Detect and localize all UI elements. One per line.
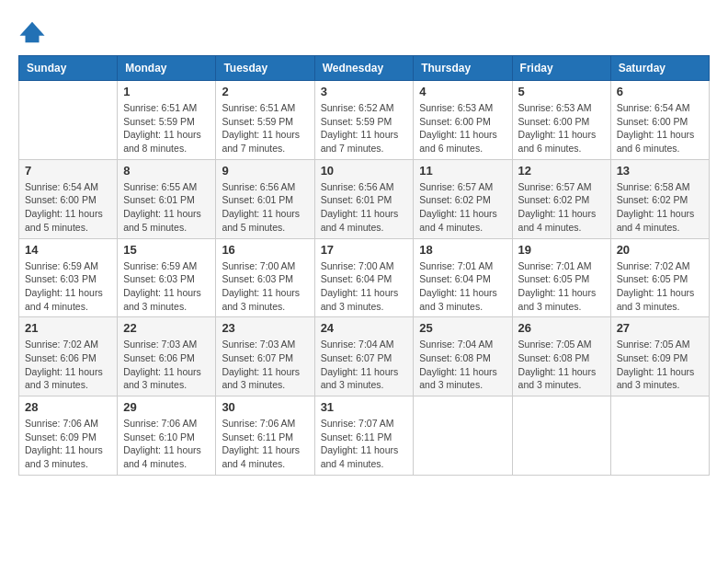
day-info: Sunrise: 6:59 AMSunset: 6:03 PMDaylight:… — [25, 259, 111, 314]
day-info: Sunrise: 6:53 AMSunset: 6:00 PMDaylight:… — [518, 101, 605, 155]
day-number: 20 — [617, 243, 703, 257]
calendar-day-cell: 3Sunrise: 6:52 AMSunset: 5:59 PMDaylight… — [314, 81, 414, 160]
day-info: Sunrise: 6:54 AMSunset: 6:00 PMDaylight:… — [25, 180, 111, 235]
calendar-day-cell: 11Sunrise: 6:57 AMSunset: 6:02 PMDayligh… — [414, 159, 512, 238]
calendar-day-cell: 4Sunrise: 6:53 AMSunset: 6:00 PMDaylight… — [414, 81, 512, 160]
calendar-day-cell: 8Sunrise: 6:55 AMSunset: 6:01 PMDaylight… — [118, 159, 216, 238]
calendar-day-cell: 26Sunrise: 7:05 AMSunset: 6:08 PMDayligh… — [512, 317, 610, 396]
day-number: 1 — [123, 85, 210, 98]
calendar-day-cell — [19, 81, 118, 160]
day-number: 2 — [222, 85, 308, 98]
page-header — [18, 18, 710, 46]
calendar-week-row: 14Sunrise: 6:59 AMSunset: 6:03 PMDayligh… — [19, 238, 710, 317]
day-number: 13 — [617, 164, 703, 178]
calendar-day-cell — [414, 396, 512, 476]
day-number: 3 — [321, 85, 408, 98]
day-info: Sunrise: 7:05 AMSunset: 6:08 PMDaylight:… — [518, 338, 605, 392]
day-info: Sunrise: 7:00 AMSunset: 6:04 PMDaylight:… — [321, 259, 408, 314]
calendar-table: SundayMondayTuesdayWednesdayThursdayFrid… — [18, 55, 710, 476]
logo-icon — [18, 18, 46, 46]
day-info: Sunrise: 7:02 AMSunset: 6:06 PMDaylight:… — [25, 338, 111, 392]
calendar-day-cell — [610, 396, 709, 476]
day-info: Sunrise: 6:57 AMSunset: 6:02 PMDaylight:… — [518, 180, 605, 235]
day-number: 19 — [518, 243, 605, 257]
day-number: 24 — [321, 321, 408, 335]
day-number: 23 — [222, 321, 308, 335]
day-info: Sunrise: 6:55 AMSunset: 6:01 PMDaylight:… — [123, 180, 210, 235]
calendar-day-cell: 2Sunrise: 6:51 AMSunset: 5:59 PMDaylight… — [216, 81, 314, 160]
day-info: Sunrise: 7:02 AMSunset: 6:05 PMDaylight:… — [617, 259, 703, 314]
day-number: 31 — [321, 400, 408, 414]
day-info: Sunrise: 7:01 AMSunset: 6:04 PMDaylight:… — [419, 259, 506, 314]
calendar-day-cell: 12Sunrise: 6:57 AMSunset: 6:02 PMDayligh… — [512, 159, 610, 238]
day-info: Sunrise: 6:54 AMSunset: 6:00 PMDaylight:… — [617, 101, 703, 155]
day-info: Sunrise: 7:00 AMSunset: 6:03 PMDaylight:… — [222, 259, 308, 314]
calendar-day-header: Saturday — [610, 56, 709, 81]
day-info: Sunrise: 6:51 AMSunset: 5:59 PMDaylight:… — [123, 101, 210, 155]
calendar-day-header: Friday — [512, 56, 610, 81]
day-number: 25 — [419, 321, 506, 335]
calendar-day-cell: 24Sunrise: 7:04 AMSunset: 6:07 PMDayligh… — [314, 317, 414, 396]
calendar-day-cell: 13Sunrise: 6:58 AMSunset: 6:02 PMDayligh… — [610, 159, 709, 238]
day-number: 17 — [321, 243, 408, 257]
calendar-day-cell: 10Sunrise: 6:56 AMSunset: 6:01 PMDayligh… — [314, 159, 414, 238]
day-number: 8 — [123, 164, 210, 178]
calendar-day-cell: 23Sunrise: 7:03 AMSunset: 6:07 PMDayligh… — [216, 317, 314, 396]
calendar-day-header: Thursday — [414, 56, 512, 81]
calendar-week-row: 28Sunrise: 7:06 AMSunset: 6:09 PMDayligh… — [19, 396, 710, 476]
day-info: Sunrise: 7:03 AMSunset: 6:06 PMDaylight:… — [123, 338, 210, 392]
day-info: Sunrise: 6:59 AMSunset: 6:03 PMDaylight:… — [123, 259, 210, 314]
calendar-day-cell: 1Sunrise: 6:51 AMSunset: 5:59 PMDaylight… — [118, 81, 216, 160]
day-info: Sunrise: 7:04 AMSunset: 6:08 PMDaylight:… — [419, 338, 506, 392]
day-number: 29 — [123, 400, 210, 414]
day-number: 14 — [25, 243, 111, 257]
calendar-day-cell: 9Sunrise: 6:56 AMSunset: 6:01 PMDaylight… — [216, 159, 314, 238]
day-number: 11 — [419, 164, 506, 178]
day-info: Sunrise: 7:05 AMSunset: 6:09 PMDaylight:… — [617, 338, 703, 392]
day-number: 18 — [419, 243, 506, 257]
day-info: Sunrise: 6:53 AMSunset: 6:00 PMDaylight:… — [419, 101, 506, 155]
calendar-day-cell: 19Sunrise: 7:01 AMSunset: 6:05 PMDayligh… — [512, 238, 610, 317]
day-info: Sunrise: 7:07 AMSunset: 6:11 PMDaylight:… — [321, 417, 408, 471]
day-number: 4 — [419, 85, 506, 98]
calendar-header-row: SundayMondayTuesdayWednesdayThursdayFrid… — [19, 56, 710, 81]
calendar-day-cell — [512, 396, 610, 476]
calendar-day-cell: 30Sunrise: 7:06 AMSunset: 6:11 PMDayligh… — [216, 396, 314, 476]
day-info: Sunrise: 7:06 AMSunset: 6:09 PMDaylight:… — [25, 417, 111, 471]
day-number: 6 — [617, 85, 703, 98]
calendar-day-header: Wednesday — [314, 56, 414, 81]
calendar-week-row: 1Sunrise: 6:51 AMSunset: 5:59 PMDaylight… — [19, 81, 710, 160]
day-number: 15 — [123, 243, 210, 257]
calendar-day-cell: 14Sunrise: 6:59 AMSunset: 6:03 PMDayligh… — [19, 238, 118, 317]
calendar-day-cell: 29Sunrise: 7:06 AMSunset: 6:10 PMDayligh… — [118, 396, 216, 476]
day-number: 5 — [518, 85, 605, 98]
calendar-week-row: 21Sunrise: 7:02 AMSunset: 6:06 PMDayligh… — [19, 317, 710, 396]
calendar-day-cell: 16Sunrise: 7:00 AMSunset: 6:03 PMDayligh… — [216, 238, 314, 317]
calendar-day-cell: 22Sunrise: 7:03 AMSunset: 6:06 PMDayligh… — [118, 317, 216, 396]
day-number: 27 — [617, 321, 703, 335]
day-info: Sunrise: 7:04 AMSunset: 6:07 PMDaylight:… — [321, 338, 408, 392]
day-number: 30 — [222, 400, 308, 414]
day-number: 10 — [321, 164, 408, 178]
day-number: 21 — [25, 321, 111, 335]
calendar-day-cell: 27Sunrise: 7:05 AMSunset: 6:09 PMDayligh… — [610, 317, 709, 396]
svg-marker-0 — [20, 22, 45, 43]
day-info: Sunrise: 7:06 AMSunset: 6:10 PMDaylight:… — [123, 417, 210, 471]
day-info: Sunrise: 6:56 AMSunset: 6:01 PMDaylight:… — [321, 180, 408, 235]
day-info: Sunrise: 7:06 AMSunset: 6:11 PMDaylight:… — [222, 417, 308, 471]
calendar-week-row: 7Sunrise: 6:54 AMSunset: 6:00 PMDaylight… — [19, 159, 710, 238]
day-info: Sunrise: 6:52 AMSunset: 5:59 PMDaylight:… — [321, 101, 408, 155]
day-number: 16 — [222, 243, 308, 257]
calendar-day-header: Sunday — [19, 56, 118, 81]
calendar-day-cell: 7Sunrise: 6:54 AMSunset: 6:00 PMDaylight… — [19, 159, 118, 238]
day-number: 26 — [518, 321, 605, 335]
calendar-day-cell: 18Sunrise: 7:01 AMSunset: 6:04 PMDayligh… — [414, 238, 512, 317]
calendar-day-cell: 6Sunrise: 6:54 AMSunset: 6:00 PMDaylight… — [610, 81, 709, 160]
calendar-day-cell: 28Sunrise: 7:06 AMSunset: 6:09 PMDayligh… — [19, 396, 118, 476]
logo — [18, 18, 50, 46]
day-info: Sunrise: 6:57 AMSunset: 6:02 PMDaylight:… — [419, 180, 506, 235]
day-number: 12 — [518, 164, 605, 178]
day-info: Sunrise: 6:56 AMSunset: 6:01 PMDaylight:… — [222, 180, 308, 235]
day-info: Sunrise: 7:03 AMSunset: 6:07 PMDaylight:… — [222, 338, 308, 392]
calendar-day-cell: 20Sunrise: 7:02 AMSunset: 6:05 PMDayligh… — [610, 238, 709, 317]
